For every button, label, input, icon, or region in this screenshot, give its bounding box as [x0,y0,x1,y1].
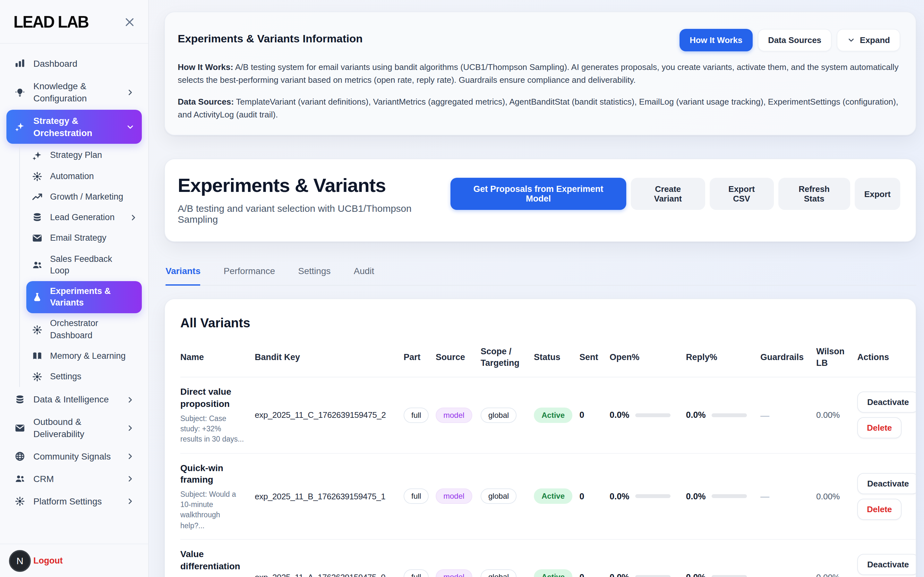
sidebar-item-label: Data & Intelligence [33,394,118,406]
chevron-down-icon [126,122,135,131]
variant-name-cell: Value differentiation Subject: More inqu… [180,548,255,577]
sidebar-item-platform-settings[interactable]: Platform Settings [6,490,142,513]
lightbulb-icon [14,87,26,98]
guardrails-value: — [760,491,816,501]
main-content: Experiments & Variants Information How I… [149,0,924,577]
deactivate-button[interactable]: Deactivate [857,554,916,575]
sidebar-item-crm[interactable]: CRM [6,468,142,490]
scope-badge: global [481,569,517,577]
sidebar-item-label: Orchestrator Dashboard [50,318,126,342]
column-header: Status [534,352,580,363]
data-sources-button[interactable]: Data Sources [758,29,832,52]
header-actions: Get Proposals from Experiment Model Crea… [451,178,900,210]
info-card-buttons: How It Works Data Sources Expand [679,29,900,52]
table-title: All Variants [180,316,916,330]
part-badge: full [404,408,429,423]
column-header: Name [180,352,255,363]
export-csv-button[interactable]: Export CSV [709,178,774,210]
sidebar-item-settings[interactable]: Settings [26,366,142,387]
tab-audit[interactable]: Audit [354,266,374,285]
chevron-right-icon [126,88,135,97]
gear-icon [31,371,43,382]
column-header: Actions [857,352,916,363]
chevron-right-icon [126,424,135,433]
export-button[interactable]: Export [855,178,900,210]
source-badge: model [436,569,472,577]
info-how-it-works-text: How It Works: A/B testing system for ema… [178,61,900,86]
sidebar-item-knowledge-configuration[interactable]: Knowledge & Configuration [6,75,142,110]
sidebar-item-label: Knowledge & Configuration [33,80,118,105]
logout-button[interactable]: Logout [33,556,63,566]
open-rate-cell: 0.0% [610,411,686,420]
sidebar-item-label: CRM [33,473,118,485]
source-badge: model [436,408,472,423]
refresh-stats-button[interactable]: Refresh Stats [778,178,850,210]
sidebar-item-strategy-orchestration[interactable]: Strategy & Orchestration [6,110,142,144]
close-icon [124,16,135,28]
sidebar-footer: N Logout [0,544,148,577]
gear-icon [31,171,43,182]
chevron-right-icon [126,395,135,404]
sidebar-item-orchestrator-dashboard[interactable]: Orchestrator Dashboard [26,314,142,346]
sidebar-item-automation[interactable]: Automation [26,166,142,187]
sidebar-item-community-signals[interactable]: Community Signals [6,445,142,468]
book-icon [31,350,43,362]
close-sidebar-button[interactable] [122,15,137,29]
avatar[interactable]: N [9,550,31,572]
sidebar-item-growth-marketing[interactable]: Growth / Marketing [26,187,142,207]
sidebar-item-label: Dashboard [33,58,118,70]
open-rate-value: 0.0% [610,491,629,501]
sidebar-item-memory-learning[interactable]: Memory & Learning [26,346,142,366]
delete-button[interactable]: Delete [857,498,901,519]
flask-icon [31,292,43,303]
wilson-lb-value: 0.00% [816,572,857,577]
how-it-works-button[interactable]: How It Works [679,29,753,52]
variants-table-card: All Variants NameBandit KeyPartSourceSco… [164,298,916,577]
sidebar-item-strategy-plan[interactable]: Strategy Plan [26,145,142,166]
create-variant-button[interactable]: Create Variant [631,178,705,210]
chevron-right-icon [129,213,138,222]
page-subtitle: A/B testing and variant selection with U… [178,203,451,225]
open-rate-value: 0.0% [610,572,629,577]
delete-button[interactable]: Delete [857,417,901,439]
users-icon [31,259,43,271]
sidebar-item-data-intelligence[interactable]: Data & Intelligence [6,388,142,411]
gear-icon [14,495,26,507]
deactivate-button[interactable]: Deactivate [857,392,916,413]
wilson-lb-value: 0.00% [816,411,857,420]
sidebar-item-sales-feedback-loop[interactable]: Sales Feedback Loop [26,249,142,281]
sidebar-item-label: Strategy & Orchestration [33,114,118,139]
expand-button[interactable]: Expand [837,29,900,52]
open-rate-bar [635,494,671,498]
reply-rate-cell: 0.0% [686,491,760,501]
tab-performance[interactable]: Performance [224,266,275,285]
reply-rate-cell: 0.0% [686,411,760,420]
sidebar-item-dashboard[interactable]: Dashboard [6,53,142,75]
sidebar-item-email-strategy[interactable]: Email Strategy [26,228,142,249]
sparkles-icon [14,121,26,132]
part-badge: full [404,488,429,504]
sidebar-item-label: Lead Generation [50,212,122,223]
get-proposals-button[interactable]: Get Proposals from Experiment Model [451,178,626,210]
app-root: LEAD LAB DashboardKnowledge & Configurat… [0,0,924,577]
gear-icon [31,324,43,335]
scope-badge: global [481,488,517,504]
column-header: Source [436,352,481,363]
sent-value: 0 [580,491,610,501]
tab-variants[interactable]: Variants [166,266,201,285]
sidebar-item-experiments-variants[interactable]: Experiments & Variants [26,281,142,314]
sidebar-item-outbound-deliverability[interactable]: Outbound & Deliverability [6,411,142,445]
sidebar-item-label: Settings [50,371,126,382]
variant-subject: Subject: Would a 10-minute walkthrough h… [180,489,245,531]
sidebar-submenu-strategy-orchestration: Strategy PlanAutomationGrowth / Marketin… [19,145,142,387]
trend-up-icon [31,191,43,203]
variant-name: Direct value proposition [180,386,245,411]
tab-settings[interactable]: Settings [298,266,330,285]
page-header-card: Experiments & Variants A/B testing and v… [164,158,916,242]
deactivate-button[interactable]: Deactivate [857,473,916,494]
sidebar-item-lead-generation[interactable]: Lead Generation [26,207,142,228]
column-header: Reply% [686,352,760,363]
sparkles-icon [31,150,43,161]
variant-name: Value differentiation [180,548,245,572]
mail-icon [31,233,43,244]
